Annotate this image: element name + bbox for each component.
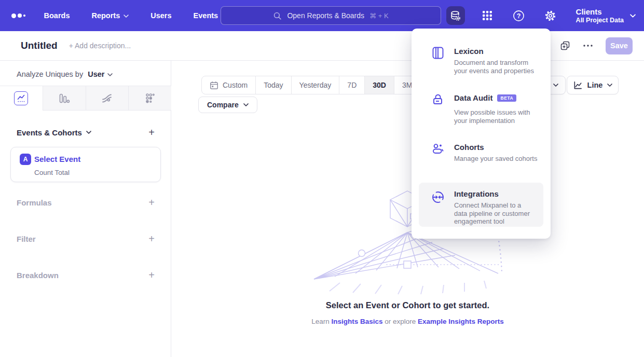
beta-badge: BETA [497,94,516,102]
analyze-value: User [88,70,104,78]
date-range-control: Custom Today Yesterday 7D 30D 3M 6M [201,76,447,94]
data-management-menu: Lexicon Document and transform your even… [412,29,551,239]
chevron-down-icon [107,73,113,76]
events-cohorts-header[interactable]: Events & Cohorts [17,128,91,137]
nav-right-cluster: ? Clients All Project Data [446,0,636,31]
report-description-field[interactable]: + Add description... [69,42,131,50]
compare-dropdown[interactable]: Compare [198,97,257,113]
search-placeholder: Open Reports & Boards [287,11,364,20]
add-filter-button[interactable]: + [148,234,155,244]
chevron-down-icon [124,15,129,18]
formulas-header: Formulas [17,198,52,207]
range-yesterday[interactable]: Yesterday [291,76,339,94]
select-event-card[interactable]: A Select Event Count Total [10,147,161,182]
tab-insights-line[interactable] [0,86,43,111]
menu-item-integrations[interactable]: Integrations Connect Mixpanel to a data … [419,183,543,227]
top-nav: Boards Reports Users Events Open Reports… [0,0,644,31]
duplicate-icon [560,40,570,51]
line-chart-icon [573,80,583,90]
lock-audit-icon [431,93,445,106]
empty-state-subtitle: Learn Insights Basics or explore Example… [171,318,644,325]
help-icon: ? [513,10,525,22]
breakdown-section: Breakdown + [0,269,171,281]
nav-item-reports[interactable]: Reports [91,11,129,20]
help-button[interactable]: ? [510,6,528,25]
chevron-down-icon [607,84,612,87]
chart-type-tabs [0,86,171,111]
nav-item-events[interactable]: Events [194,11,218,20]
gear-icon [544,10,556,22]
lexicon-book-icon [431,46,445,60]
primary-nav: Boards Reports Users Events [44,11,218,20]
line-chart-tab-icon [14,91,28,105]
svg-text:?: ? [517,12,521,19]
filter-section: Filter + [0,233,171,244]
project-name: Clients [576,7,624,17]
breakdown-header: Breakdown [17,271,59,280]
count-total-label[interactable]: Count Total [34,169,70,176]
database-gear-icon [449,10,461,22]
cohorts-people-icon [431,142,445,156]
integrations-sync-icon [431,190,445,204]
chevron-down-icon [86,131,91,134]
tab-scatter-chart[interactable] [128,86,171,111]
search-icon [273,11,282,20]
apps-grid-button[interactable] [478,6,497,25]
settings-button[interactable] [541,6,560,25]
calendar-icon [210,81,218,90]
report-title[interactable]: Untitled [21,40,58,51]
range-custom[interactable]: Custom [202,76,255,94]
report-canvas: Custom Today Yesterday 7D 30D 3M 6M Comp… [171,61,644,357]
range-7d[interactable]: 7D [339,76,364,94]
add-event-button[interactable]: + [148,127,155,138]
project-selector[interactable]: Clients All Project Data [576,7,636,24]
nav-item-boards[interactable]: Boards [44,11,70,20]
analyze-label: Analyze Uniques by [17,70,83,78]
event-letter-badge: A [20,154,31,165]
more-options-button[interactable] [583,44,593,47]
flow-icon [101,92,113,104]
events-cohorts-section: Events & Cohorts + [0,127,171,138]
add-formula-button[interactable]: + [148,197,155,208]
empty-state-title: Select an Event or Cohort to get started… [171,300,644,310]
ellipsis-icon [583,44,593,47]
bar-chart-icon [58,92,70,104]
menu-item-data-audit[interactable]: Data AuditBETA View possible issues with… [412,93,551,125]
filter-header: Filter [17,235,36,243]
chevron-down-icon [553,84,558,87]
query-builder-sidebar: Analyze Uniques by User [0,61,171,357]
scatter-icon [144,92,156,104]
save-button[interactable]: Save [606,37,633,54]
select-event-label: Select Event [34,155,80,163]
project-scope: All Project Data [576,17,624,24]
tab-bar-chart[interactable] [43,86,86,111]
range-today[interactable]: Today [255,76,291,94]
range-30d[interactable]: 30D [364,76,394,94]
add-breakdown-button[interactable]: + [148,270,155,280]
chevron-down-icon [630,14,636,18]
global-search-input[interactable]: Open Reports & Boards ⌘ + K [221,6,441,25]
chevron-down-icon [243,103,249,106]
tab-flow-chart[interactable] [86,86,129,111]
apps-grid-icon [482,10,493,21]
menu-item-lexicon[interactable]: Lexicon Document and transform your even… [412,46,551,75]
search-shortcut: ⌘ + K [369,12,389,20]
menu-item-cohorts[interactable]: Cohorts Manage your saved cohorts [412,142,551,163]
analyze-uniques-selector[interactable]: Analyze Uniques by User [17,68,113,80]
nav-item-users[interactable]: Users [150,11,171,20]
data-management-button[interactable] [446,6,465,25]
duplicate-report-button[interactable] [560,40,570,51]
formulas-section: Formulas + [0,197,171,208]
mixpanel-logo-icon[interactable] [11,13,25,18]
chart-type-dropdown[interactable]: Line [567,76,619,94]
example-reports-link[interactable]: Example Insights Reports [418,318,504,325]
insights-basics-link[interactable]: Insights Basics [331,318,382,325]
